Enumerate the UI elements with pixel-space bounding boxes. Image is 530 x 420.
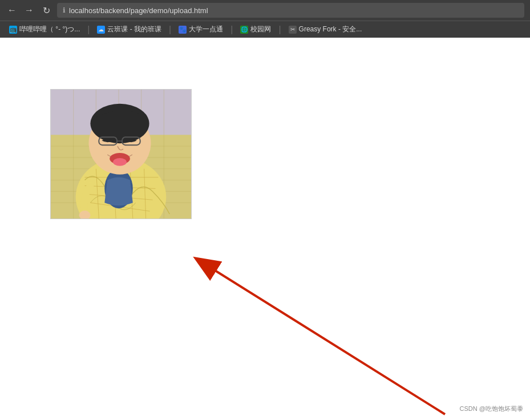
separator-3: |: [230, 25, 233, 35]
bookmark-xiaoyuan-label: 校园网: [250, 25, 271, 34]
browser-chrome: ← → ↻ ℹ localhost/backend/page/demo/uplo…: [0, 0, 530, 38]
watermark: CSDN @吃饱饱坏蜀黍: [460, 405, 523, 413]
cloud-icon: ☁: [97, 26, 105, 34]
separator-1: |: [87, 25, 90, 35]
anime-character-svg: [51, 90, 191, 219]
bilibili-icon: 📺: [9, 26, 17, 34]
uploaded-image: [50, 89, 192, 219]
bookmark-daxue-label: 大学一点通: [189, 25, 223, 34]
bookmark-greasy[interactable]: ✂ Greasy Fork - 安全...: [284, 23, 367, 36]
address-bar[interactable]: ℹ localhost/backend/page/demo/upload.htm…: [57, 3, 524, 18]
separator-2: |: [169, 25, 171, 35]
bookmark-xiaoyuan[interactable]: 🌐 校园网: [236, 23, 276, 36]
xiaoyuan-icon: 🌐: [240, 26, 248, 34]
nav-bar: ← → ↻ ℹ localhost/backend/page/demo/uplo…: [0, 0, 530, 21]
bookmark-bilibili-label: 哔哩哔哩（ °- °)つ...: [19, 25, 80, 34]
separator-4: |: [278, 25, 281, 35]
svg-point-30: [113, 158, 127, 166]
bookmark-greasy-label: Greasy Fork - 安全...: [299, 25, 362, 34]
daxue-icon: 🐾: [179, 26, 187, 34]
svg-line-33: [197, 259, 445, 414]
bookmark-cloud[interactable]: ☁ 云班课 - 我的班课: [92, 23, 166, 36]
page-content: CSDN @吃饱饱坏蜀黍: [0, 38, 530, 420]
refresh-button[interactable]: ↻: [40, 4, 52, 17]
bookmark-daxue[interactable]: 🐾 大学一点通: [174, 23, 228, 36]
back-button[interactable]: ←: [6, 4, 18, 17]
address-text: localhost/backend/page/demo/upload.html: [69, 6, 208, 15]
lock-icon: ℹ: [63, 6, 66, 14]
forward-button[interactable]: →: [23, 4, 35, 17]
bookmark-bilibili[interactable]: 📺 哔哩哔哩（ °- °)つ...: [5, 23, 84, 36]
bookmarks-bar: 📺 哔哩哔哩（ °- °)つ... | ☁ 云班课 - 我的班课 | 🐾 大学一…: [0, 21, 530, 38]
bookmark-cloud-label: 云班课 - 我的班课: [107, 25, 161, 34]
greasy-icon: ✂: [289, 26, 297, 34]
